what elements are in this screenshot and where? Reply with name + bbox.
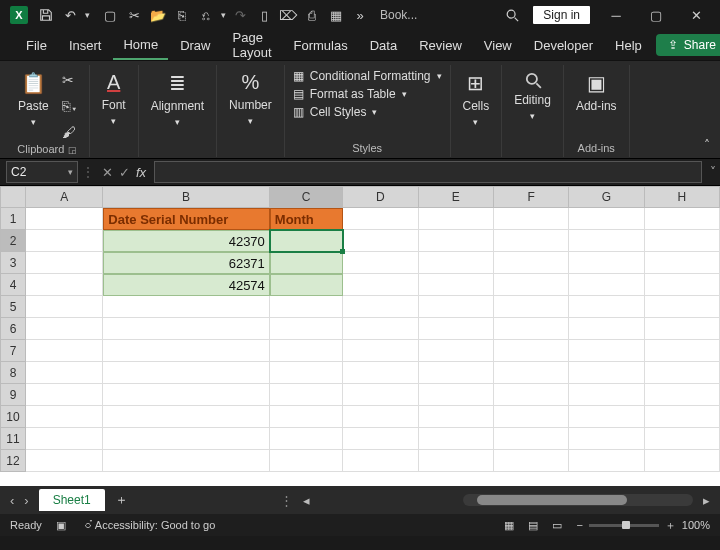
cell-D12[interactable] — [343, 450, 418, 472]
alignment-button[interactable]: ≣ Alignment ▾ — [147, 69, 208, 129]
cell-C5[interactable] — [270, 296, 343, 318]
cell-A11[interactable] — [26, 428, 103, 450]
spreadsheet-grid[interactable]: 123456789101112 ABCDEFGH Date Serial Num… — [0, 186, 720, 486]
formula-input[interactable] — [154, 161, 702, 183]
row-header-7[interactable]: 7 — [0, 340, 26, 362]
fx-icon[interactable]: fx — [136, 165, 146, 180]
row-header-2[interactable]: 2 — [0, 230, 26, 252]
cell-B8[interactable] — [103, 362, 269, 384]
column-header-F[interactable]: F — [494, 186, 569, 208]
cell-E9[interactable] — [419, 384, 494, 406]
row-header-12[interactable]: 12 — [0, 450, 26, 472]
cell-C10[interactable] — [270, 406, 343, 428]
cell-D8[interactable] — [343, 362, 418, 384]
cell-B7[interactable] — [103, 340, 269, 362]
tab-home[interactable]: Home — [113, 31, 168, 60]
cell-F5[interactable] — [494, 296, 569, 318]
quick-access-icon-2[interactable]: ⎌ — [194, 1, 218, 29]
cell-C2[interactable] — [270, 230, 343, 252]
row-header-10[interactable]: 10 — [0, 406, 26, 428]
cut-icon[interactable]: ✂ — [122, 1, 146, 29]
enter-formula-icon[interactable]: ✓ — [119, 165, 130, 180]
cell-H6[interactable] — [645, 318, 720, 340]
row-header-11[interactable]: 11 — [0, 428, 26, 450]
cell-H11[interactable] — [645, 428, 720, 450]
cell-A5[interactable] — [26, 296, 103, 318]
row-header-3[interactable]: 3 — [0, 252, 26, 274]
cell-C11[interactable] — [270, 428, 343, 450]
cell-D1[interactable] — [343, 208, 418, 230]
horizontal-scrollbar[interactable] — [463, 494, 693, 506]
cell-A8[interactable] — [26, 362, 103, 384]
cell-A7[interactable] — [26, 340, 103, 362]
cell-B9[interactable] — [103, 384, 269, 406]
sign-in-button[interactable]: Sign in — [533, 6, 590, 24]
cell-G7[interactable] — [569, 340, 644, 362]
cell-C7[interactable] — [270, 340, 343, 362]
column-header-G[interactable]: G — [569, 186, 644, 208]
row-header-9[interactable]: 9 — [0, 384, 26, 406]
minimize-button[interactable]: ─ — [596, 0, 636, 30]
cancel-formula-icon[interactable]: ✕ — [102, 165, 113, 180]
row-header-8[interactable]: 8 — [0, 362, 26, 384]
dialog-launcher-icon[interactable]: ◲ — [68, 145, 77, 155]
cell-E11[interactable] — [419, 428, 494, 450]
cell-E7[interactable] — [419, 340, 494, 362]
number-button[interactable]: % Number ▾ — [225, 69, 276, 128]
cell-A10[interactable] — [26, 406, 103, 428]
cell-F9[interactable] — [494, 384, 569, 406]
cell-D11[interactable] — [343, 428, 418, 450]
view-normal-icon[interactable]: ▦ — [504, 519, 514, 532]
tab-developer[interactable]: Developer — [524, 32, 603, 59]
cell-F1[interactable] — [494, 208, 569, 230]
cell-G9[interactable] — [569, 384, 644, 406]
column-header-C[interactable]: C — [270, 186, 343, 208]
undo-dropdown-icon[interactable]: ▾ — [82, 1, 92, 29]
cell-F3[interactable] — [494, 252, 569, 274]
cells-button[interactable]: ⊞ Cells ▾ — [459, 69, 494, 129]
cell-G6[interactable] — [569, 318, 644, 340]
share-button[interactable]: ⇪ Share ▾ — [656, 34, 720, 56]
cell-B2[interactable]: 42370 — [103, 230, 269, 252]
column-header-A[interactable]: A — [26, 186, 103, 208]
cell-A9[interactable] — [26, 384, 103, 406]
cell-G11[interactable] — [569, 428, 644, 450]
status-record-icon[interactable]: ▣ — [56, 519, 66, 532]
cell-styles-button[interactable]: ▥ Cell Styles ▾ — [293, 105, 378, 119]
cell-G8[interactable] — [569, 362, 644, 384]
tab-review[interactable]: Review — [409, 32, 472, 59]
addins-button[interactable]: ▣ Add-ins — [572, 69, 621, 115]
cell-B12[interactable] — [103, 450, 269, 472]
row-header-6[interactable]: 6 — [0, 318, 26, 340]
search-icon[interactable] — [505, 8, 527, 22]
overflow-icon[interactable]: » — [348, 1, 372, 29]
cell-H4[interactable] — [645, 274, 720, 296]
cell-D7[interactable] — [343, 340, 418, 362]
column-header-D[interactable]: D — [343, 186, 418, 208]
cell-F12[interactable] — [494, 450, 569, 472]
hscroll-right-icon[interactable]: ▸ — [703, 493, 710, 508]
sheet-nav-next-icon[interactable]: › — [24, 493, 28, 508]
cell-H5[interactable] — [645, 296, 720, 318]
cell-H3[interactable] — [645, 252, 720, 274]
cell-D4[interactable] — [343, 274, 418, 296]
cell-B1[interactable]: Date Serial Number — [103, 208, 269, 230]
cell-D10[interactable] — [343, 406, 418, 428]
add-sheet-button[interactable]: ＋ — [115, 491, 128, 509]
cell-H8[interactable] — [645, 362, 720, 384]
select-all-corner[interactable] — [0, 186, 26, 208]
cell-G5[interactable] — [569, 296, 644, 318]
editing-button[interactable]: Editing ▾ — [510, 69, 555, 123]
undo-icon[interactable]: ↶ — [58, 1, 82, 29]
expand-formula-bar-icon[interactable]: ˅ — [710, 165, 716, 179]
cell-F4[interactable] — [494, 274, 569, 296]
cell-C9[interactable] — [270, 384, 343, 406]
row-header-4[interactable]: 4 — [0, 274, 26, 296]
tab-help[interactable]: Help — [605, 32, 652, 59]
cell-E2[interactable] — [419, 230, 494, 252]
tab-file[interactable]: File — [16, 32, 57, 59]
cell-D5[interactable] — [343, 296, 418, 318]
column-header-B[interactable]: B — [103, 186, 270, 208]
cell-B10[interactable] — [103, 406, 269, 428]
cell-A2[interactable] — [26, 230, 103, 252]
